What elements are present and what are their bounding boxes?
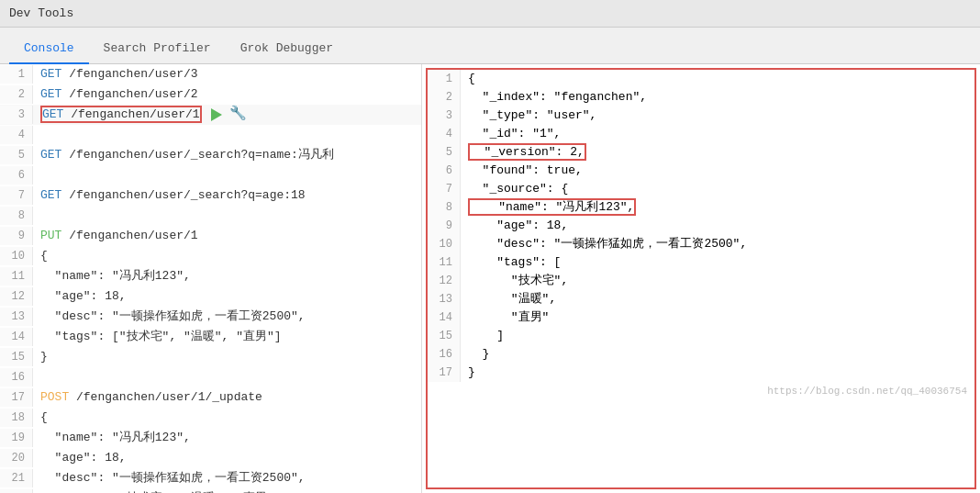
left-line-20: 20 "age": 18, (0, 448, 421, 468)
right-panel: 1{2 "_index": "fenganchen",3 "_type": "u… (426, 68, 976, 489)
left-line-11: 11 "name": "冯凡利123", (0, 266, 421, 286)
http-method: GET (40, 148, 61, 162)
right-line-content: ] (461, 327, 974, 345)
line-content: "name": "冯凡利123", (33, 429, 421, 447)
right-line-7: 7 "_source": { (428, 180, 974, 198)
line-content: GET /fenganchen/user/_search?q=name:冯凡利 (33, 146, 421, 164)
wrench-icon[interactable]: 🔧 (229, 106, 247, 122)
right-line-17: 17} (428, 364, 974, 382)
http-method: PUT (40, 229, 61, 242)
left-line-5: 5GET /fenganchen/user/_search?q=name:冯凡利 (0, 145, 421, 165)
left-line-19: 19 "name": "冯凡利123", (0, 428, 421, 448)
line-number: 13 (428, 290, 461, 308)
right-line-4: 4 "_id": "1", (428, 125, 974, 143)
tab-console[interactable]: Console (9, 34, 89, 64)
boxed-line: GET /fenganchen/user/1 (40, 106, 202, 123)
right-line-9: 9 "age": 18, (428, 217, 974, 235)
line-content: "desc": "一顿操作猛如虎，一看工资2500", (33, 469, 421, 487)
line-number: 1 (0, 65, 33, 84)
left-line-21: 21 "desc": "一顿操作猛如虎，一看工资2500", (0, 468, 421, 488)
http-method: GET (42, 107, 63, 121)
right-line-16: 16 } (428, 345, 974, 364)
line-number: 4 (0, 126, 33, 144)
boxed-content: "_version": 2, (468, 143, 586, 161)
line-number: 4 (428, 125, 461, 143)
line-number: 1 (428, 70, 461, 88)
left-line-2: 2GET /fenganchen/user/2 (0, 84, 421, 105)
code-area-left: 1GET /fenganchen/user/32GET /fenganchen/… (0, 64, 421, 493)
left-line-12: 12 "age": 18, (0, 286, 421, 307)
boxed-content: "name": "冯凡利123", (468, 198, 636, 216)
line-number: 8 (428, 198, 461, 217)
line-content: "desc": "一顿操作猛如虎，一看工资2500", (33, 308, 421, 326)
left-line-7: 7GET /fenganchen/user/_search?q=age:18 (0, 185, 421, 206)
right-line-content: "温暖", (461, 290, 974, 308)
line-number: 15 (0, 348, 33, 366)
line-content: GET /fenganchen/user/1🔧 (33, 106, 421, 124)
right-line-3: 3 "_type": "user", (428, 106, 974, 125)
url-bar: https://blog.csdn.net/qq_40036754 (428, 382, 974, 400)
right-line-content: "desc": "一顿操作猛如虎，一看工资2500", (461, 235, 974, 253)
right-line-2: 2 "_index": "fenganchen", (428, 88, 974, 106)
left-line-6: 6 (0, 165, 421, 185)
tab-search-profiler[interactable]: Search Profiler (89, 34, 226, 64)
right-line-content: "_index": "fenganchen", (461, 88, 974, 106)
right-line-content: "age": 18, (461, 217, 974, 235)
line-number: 17 (0, 388, 33, 407)
http-method: POST (40, 390, 69, 404)
line-number: 7 (0, 186, 33, 205)
left-line-14: 14 "tags": ["技术宅", "温暖", "直男"] (0, 327, 421, 347)
line-number: 10 (428, 235, 461, 253)
line-number: 7 (428, 180, 461, 198)
line-number: 20 (0, 449, 33, 467)
left-line-13: 13 "desc": "一顿操作猛如虎，一看工资2500", (0, 307, 421, 327)
right-line-content: "_version": 2, (461, 143, 974, 162)
left-line-8: 8 (0, 206, 421, 226)
right-line-1: 1{ (428, 70, 974, 88)
left-line-18: 18{ (0, 408, 421, 428)
left-line-9: 9PUT /fenganchen/user/1 (0, 226, 421, 246)
right-line-13: 13 "温暖", (428, 290, 974, 308)
line-number: 16 (428, 345, 461, 364)
line-number: 2 (0, 85, 33, 104)
line-content: "tags": ["技术宅", "温暖", "直男"] (33, 328, 421, 346)
line-content: "age": 18, (33, 449, 421, 467)
line-content: POST /fenganchen/user/1/_update (33, 388, 421, 407)
right-line-content: "技术宅", (461, 272, 974, 290)
line-number: 12 (0, 287, 33, 306)
right-line-5: 5 "_version": 2, (428, 143, 974, 162)
line-number: 14 (0, 328, 33, 346)
title-bar: Dev Tools (0, 0, 980, 28)
right-line-12: 12 "技术宅", (428, 272, 974, 290)
line-number: 11 (0, 267, 33, 286)
left-panel: 1GET /fenganchen/user/32GET /fenganchen/… (0, 64, 422, 493)
line-content: GET /fenganchen/user/_search?q=age:18 (33, 186, 421, 205)
line-number: 8 (0, 207, 33, 225)
line-number: 5 (428, 143, 461, 162)
http-method: GET (40, 87, 61, 101)
line-number: 18 (0, 409, 33, 427)
right-line-15: 15 ] (428, 327, 974, 345)
left-line-4: 4 (0, 125, 421, 145)
right-line-6: 6 "found": true, (428, 162, 974, 180)
left-line-17: 17POST /fenganchen/user/1/_update (0, 387, 421, 408)
tab-grok-debugger[interactable]: Grok Debugger (226, 34, 348, 64)
line-number: 17 (428, 364, 461, 382)
right-line-8: 8 "name": "冯凡利123", (428, 198, 974, 217)
line-content: { (33, 247, 421, 265)
left-line-15: 15} (0, 347, 421, 367)
line-number: 21 (0, 469, 33, 487)
right-line-content: "_id": "1", (461, 125, 974, 143)
play-button[interactable] (211, 108, 222, 121)
line-number: 9 (0, 227, 33, 245)
left-line-10: 10{ (0, 246, 421, 266)
line-number: 14 (428, 308, 461, 327)
right-line-content: "直男" (461, 308, 974, 327)
line-content: GET /fenganchen/user/2 (33, 85, 421, 104)
line-content: "age": 18, (33, 287, 421, 306)
left-line-3: 3GET /fenganchen/user/1🔧 (0, 105, 421, 125)
right-line-14: 14 "直男" (428, 308, 974, 327)
http-method: GET (40, 188, 61, 202)
line-content: } (33, 348, 421, 366)
line-number: 13 (0, 308, 33, 326)
